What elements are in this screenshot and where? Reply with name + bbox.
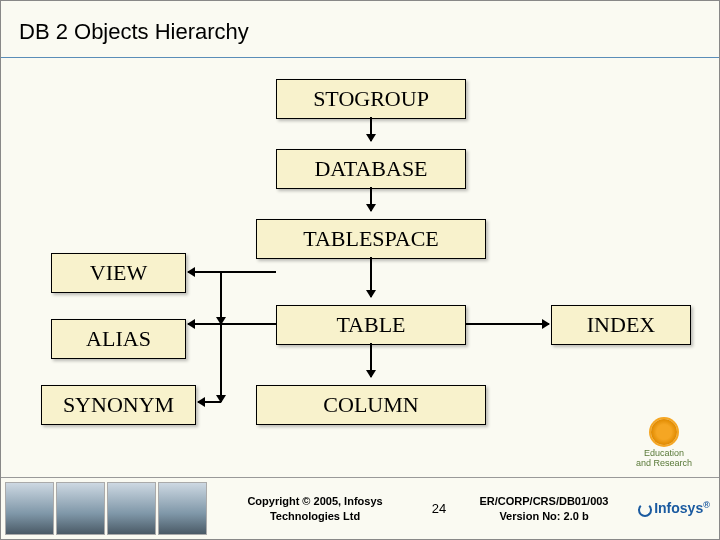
node-index: INDEX — [551, 305, 691, 345]
node-database: DATABASE — [276, 149, 466, 189]
registered-icon: ® — [703, 500, 710, 510]
footer-reference: ER/CORP/CRS/DB01/003 Version No: 2.0 b — [459, 494, 629, 523]
footer-photo — [107, 482, 156, 535]
footer-photos — [1, 478, 211, 539]
badge-line2: and Research — [629, 459, 699, 469]
node-tablespace: TABLESPACE — [256, 219, 486, 259]
node-table: TABLE — [276, 305, 466, 345]
page-title: DB 2 Objects Hierarchy — [1, 1, 719, 45]
node-alias: ALIAS — [51, 319, 186, 359]
arrow-table-column — [370, 343, 372, 377]
arrow-table-alias — [188, 323, 276, 325]
copyright-line1: Copyright © 2005, Infosys — [211, 494, 419, 508]
footer-photo — [158, 482, 207, 535]
arrow-table-synonym-v — [220, 323, 222, 402]
title-rule — [1, 57, 719, 58]
copyright-line2: Technologies Ltd — [211, 509, 419, 523]
sun-icon — [651, 419, 677, 445]
arrow-database-tablespace — [370, 187, 372, 211]
education-badge: Education and Research — [629, 419, 699, 469]
arrow-table-synonym-tip — [198, 401, 221, 403]
node-column: COLUMN — [256, 385, 486, 425]
arrow-stogroup-database — [370, 117, 372, 141]
footer-logo: Infosys® — [629, 500, 719, 516]
arrow-table-view-tip — [188, 271, 221, 273]
arrow-table-view-h — [221, 271, 276, 273]
arrow-tablespace-table — [370, 257, 372, 297]
node-stogroup: STOGROUP — [276, 79, 466, 119]
ref-line1: ER/CORP/CRS/DB01/003 — [459, 494, 629, 508]
arrow-table-view-v — [220, 271, 222, 324]
footer-photo — [5, 482, 54, 535]
footer-page-number: 24 — [419, 501, 459, 516]
swirl-icon — [638, 503, 652, 517]
arrow-table-index — [466, 323, 549, 325]
footer-photo — [56, 482, 105, 535]
footer-copyright: Copyright © 2005, Infosys Technologies L… — [211, 494, 419, 523]
logo-text: Infosys — [654, 500, 703, 516]
node-synonym: SYNONYM — [41, 385, 196, 425]
ref-line2: Version No: 2.0 b — [459, 509, 629, 523]
node-view: VIEW — [51, 253, 186, 293]
footer: Copyright © 2005, Infosys Technologies L… — [1, 477, 719, 539]
